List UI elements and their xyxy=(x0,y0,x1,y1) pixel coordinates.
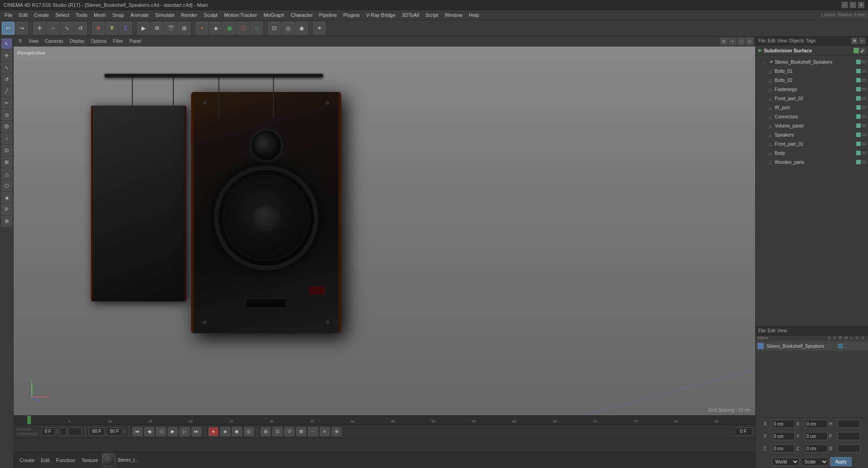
tool-move[interactable]: ✛ xyxy=(1,50,12,61)
move-btn[interactable]: ↔ xyxy=(47,22,60,35)
close-btn[interactable]: ✕ xyxy=(858,2,864,8)
timeline-ruler[interactable]: 0 5 10 15 20 25 30 35 40 45 50 55 xyxy=(14,416,755,425)
coord-x2-input[interactable]: 0 cm xyxy=(805,420,828,428)
frame-counter-display[interactable] xyxy=(734,427,752,436)
key-sel-btn[interactable]: ◉ xyxy=(232,427,242,436)
cache-btn[interactable]: ≡ xyxy=(320,427,330,436)
tool-bevel[interactable]: ⬡ xyxy=(1,180,12,191)
tree-item-connectors[interactable]: △ Connectors xyxy=(756,112,868,121)
redo-btn[interactable]: ↪ xyxy=(15,22,28,35)
subdiv-check[interactable] xyxy=(853,48,859,53)
vp-icon-3[interactable]: ◻ xyxy=(737,38,745,45)
coord-x-input[interactable]: 0 cm xyxy=(772,420,795,428)
subdiv-check2[interactable]: ✓ xyxy=(860,48,865,53)
start-frame-input[interactable] xyxy=(41,427,55,436)
obj-mgr-objects[interactable]: Objects xyxy=(789,38,804,43)
tool-extrude[interactable]: △ xyxy=(1,168,12,179)
z-btn[interactable]: Z xyxy=(119,22,132,35)
window-controls[interactable]: ─ □ ✕ xyxy=(842,2,864,8)
world-dropdown[interactable]: World xyxy=(772,458,799,466)
end-frame-input[interactable] xyxy=(106,427,122,436)
poly-mode-btn[interactable]: ▣ xyxy=(223,22,236,35)
menu-window[interactable]: Window xyxy=(442,11,465,19)
menu-tools[interactable]: Tools xyxy=(73,11,90,19)
texture-mode-btn[interactable]: ◇ xyxy=(250,22,263,35)
track-btn[interactable]: ⊡ xyxy=(273,427,283,436)
viewport-mode-btn[interactable]: ⊡ xyxy=(268,22,281,35)
go-end-btn[interactable]: ⏭ xyxy=(192,427,202,436)
x-btn[interactable]: ✕ xyxy=(92,22,105,35)
menu-motion-tracker[interactable]: Motion Tracker xyxy=(221,11,260,19)
coord-b-input[interactable] xyxy=(838,444,860,453)
menu-edit[interactable]: Edit xyxy=(16,11,30,19)
play-btn[interactable]: ▶ xyxy=(168,427,178,436)
vp-menu-cameras[interactable]: Cameras xyxy=(43,38,66,45)
menu-plugins[interactable]: Plugins xyxy=(340,11,362,19)
vp-menu-panel[interactable]: Panel xyxy=(127,38,144,45)
maximize-btn[interactable]: □ xyxy=(850,2,856,8)
tool-select[interactable]: ↖ xyxy=(1,38,12,49)
menu-script[interactable]: Script xyxy=(423,11,441,19)
vp-menu-filter[interactable]: Filter xyxy=(111,38,125,45)
menu-3dtoall[interactable]: 3DToAll xyxy=(399,11,422,19)
tree-item-ir-port[interactable]: △ IR_port xyxy=(756,103,868,112)
tool-rotate[interactable]: ↺ xyxy=(1,74,12,85)
viewport-drag-handle[interactable]: ⠿ xyxy=(15,39,25,44)
coord-z2-input[interactable]: 0 cm xyxy=(805,444,828,453)
tree-item-bolts02[interactable]: △ Bolts_02 xyxy=(756,76,868,85)
obj-icon-2[interactable]: ✓ xyxy=(859,38,865,44)
tool-paint[interactable]: ○ xyxy=(1,133,12,144)
vp-icon-4[interactable]: ⊡ xyxy=(746,38,753,45)
menu-character[interactable]: Character xyxy=(288,11,315,19)
render-to-po-btn[interactable]: 🎬 xyxy=(164,22,177,35)
render-region-btn[interactable]: ⊞ xyxy=(178,22,191,35)
prev-frame-btn[interactable]: ◀ xyxy=(144,427,154,436)
autokf-btn[interactable]: ⊕ xyxy=(332,427,342,436)
menu-snap[interactable]: Snap xyxy=(110,11,127,19)
menu-help[interactable]: Help xyxy=(466,11,482,19)
play-state-input[interactable] xyxy=(68,427,82,436)
tree-item-bolts01[interactable]: △ Bolts_01 xyxy=(756,66,868,76)
point-mode-btn[interactable]: • xyxy=(196,22,208,35)
obj-icon-1[interactable]: ⊞ xyxy=(851,38,858,44)
menu-mograph[interactable]: MoGraph xyxy=(261,11,287,19)
loop-btn[interactable]: ↺ xyxy=(284,427,294,436)
obj-mgr-view[interactable]: View xyxy=(777,38,787,43)
vp-menu-options[interactable]: Options xyxy=(89,38,109,45)
vp-menu-display[interactable]: Display xyxy=(67,38,87,45)
snap-btn[interactable]: ◎ xyxy=(282,22,294,35)
morph-btn[interactable]: ⋯ xyxy=(308,427,318,436)
scale-btn[interactable]: ⤡ xyxy=(61,22,73,35)
select-move-btn[interactable]: ✛ xyxy=(33,22,46,35)
tree-item-fastenings[interactable]: △ Fastenings xyxy=(756,85,868,94)
tree-item-wooden[interactable]: △ Wooden_parts xyxy=(756,158,868,167)
menu-mesh[interactable]: Mesh xyxy=(91,11,109,19)
record-btn[interactable]: ● xyxy=(208,427,218,436)
rotate-btn[interactable]: ↺ xyxy=(74,22,87,35)
tree-item-body[interactable]: △ Body xyxy=(756,148,868,158)
attrs-edit[interactable]: Edit xyxy=(767,328,775,333)
menu-create[interactable]: Create xyxy=(31,11,52,19)
go-start-btn[interactable]: ⏮ xyxy=(132,427,142,436)
coord-h-input[interactable] xyxy=(838,420,860,428)
tool-brush[interactable]: ⦿ xyxy=(1,121,12,132)
tool-scale[interactable]: ⤡ xyxy=(1,62,12,73)
menu-render[interactable]: Render xyxy=(178,11,200,19)
play-reverse-btn[interactable]: ◁ xyxy=(156,427,166,436)
tool-magnet[interactable]: ◎ xyxy=(1,109,12,120)
obj-mode-btn[interactable]: ⬡ xyxy=(237,22,249,35)
mat-create-menu[interactable]: Create xyxy=(17,457,37,464)
next-frame-btn[interactable]: ▷ xyxy=(180,427,190,436)
obj-mgr-tags[interactable]: Tags xyxy=(806,38,816,43)
xray-btn[interactable]: ◉ xyxy=(295,22,308,35)
tree-item-front-part-01[interactable]: △ Front_part_01 xyxy=(756,139,868,148)
attrs-file[interactable]: File xyxy=(758,328,766,333)
scale-dropdown[interactable]: Scale xyxy=(801,458,828,466)
coord-z-input[interactable]: 0 cm xyxy=(772,444,795,453)
mat-texture-menu[interactable]: Texture xyxy=(79,457,100,464)
scheme-btn[interactable]: ⊞ xyxy=(261,427,271,436)
coord-y-input[interactable]: 0 cm xyxy=(772,432,795,440)
coord-p-input[interactable] xyxy=(838,432,860,440)
tree-item-stereo-speakers[interactable]: ↓ ▼ Stereo_Bookshelf_Speakers xyxy=(756,57,868,66)
apply-btn[interactable]: Apply xyxy=(830,457,852,466)
